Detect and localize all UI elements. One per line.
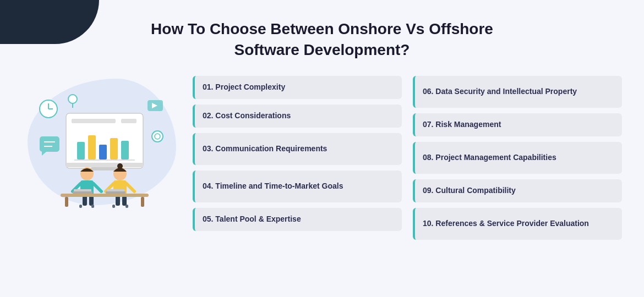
svg-rect-20: [121, 141, 129, 160]
svg-rect-37: [106, 191, 125, 194]
svg-rect-16: [77, 142, 85, 160]
svg-rect-19: [110, 138, 118, 160]
svg-line-36: [127, 184, 134, 191]
svg-point-3: [68, 95, 77, 103]
title-line1: How To Choose Between Onshore Vs Offshor…: [151, 20, 493, 37]
svg-rect-38: [107, 189, 124, 191]
svg-rect-46: [112, 205, 115, 208]
svg-rect-41: [61, 194, 149, 197]
left-list-item-2: 02. Cost Considerations: [193, 105, 402, 128]
svg-rect-17: [88, 135, 96, 160]
right-list-item-4: 09. Cultural Compatibility: [413, 179, 622, 202]
svg-rect-39: [116, 196, 120, 206]
svg-marker-12: [42, 152, 46, 156]
svg-rect-28: [73, 191, 92, 194]
right-list-item-3: 08. Project Management Capabilities: [413, 142, 622, 174]
left-list-item-5: 05. Talent Pool & Expertise: [193, 208, 402, 231]
svg-rect-23: [121, 119, 137, 123]
title-line2: Software Development?: [234, 41, 410, 58]
page-title: How To Choose Between Onshore Vs Offshor…: [151, 19, 493, 61]
left-list-column: 01. Project Complexity02. Cost Considera…: [193, 76, 402, 231]
svg-rect-40: [122, 196, 127, 206]
svg-rect-29: [74, 189, 91, 191]
svg-point-33: [117, 163, 123, 169]
svg-rect-18: [99, 145, 107, 160]
svg-rect-44: [79, 205, 82, 208]
svg-point-7: [152, 131, 163, 142]
svg-rect-31: [89, 196, 94, 206]
left-list-item-1: 01. Project Complexity: [193, 76, 402, 99]
left-list-item-4: 04. Timeline and Time-to-Market Goals: [193, 170, 402, 202]
svg-rect-42: [65, 197, 68, 207]
page-wrapper: How To Choose Between Onshore Vs Offshor…: [0, 0, 644, 297]
left-list-item-3: 03. Communication Requirements: [193, 133, 402, 165]
svg-rect-9: [40, 136, 59, 152]
title-block: How To Choose Between Onshore Vs Offshor…: [151, 19, 493, 61]
illustration-area: [22, 76, 182, 208]
illustration-svg: [28, 76, 176, 208]
svg-rect-22: [72, 119, 116, 123]
right-list-column: 06. Data Security and Intellectual Prope…: [413, 76, 622, 240]
svg-line-27: [94, 184, 101, 191]
svg-rect-14: [66, 163, 143, 167]
svg-rect-47: [125, 205, 128, 208]
svg-rect-45: [91, 205, 94, 208]
right-list-item-2: 07. Risk Management: [413, 113, 622, 136]
right-list-item-5: 10. References & Service Provider Evalua…: [413, 208, 622, 240]
right-list-item-1: 06. Data Security and Intellectual Prope…: [413, 76, 622, 108]
svg-rect-30: [83, 196, 87, 206]
content-area: 01. Project Complexity02. Cost Considera…: [22, 76, 622, 240]
svg-rect-15: [91, 167, 118, 170]
svg-rect-43: [141, 197, 144, 207]
